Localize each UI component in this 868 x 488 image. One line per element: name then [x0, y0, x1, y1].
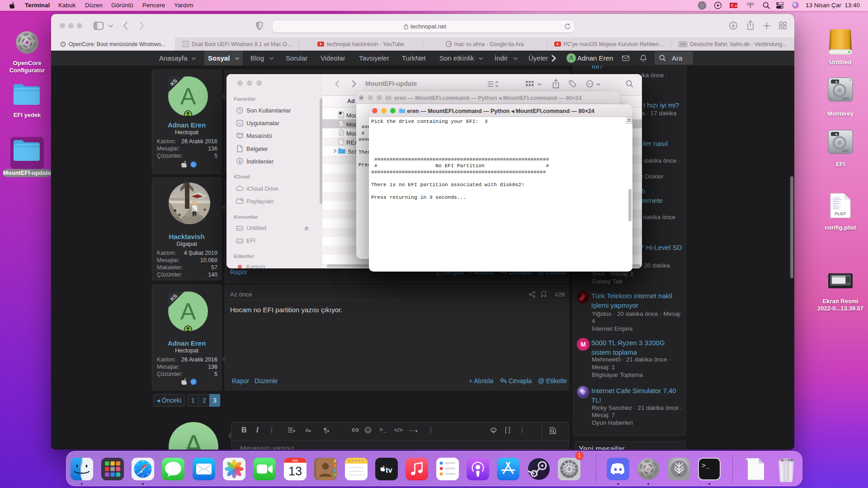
svg-text:A: A [180, 298, 196, 324]
svg-text:A: A [238, 121, 241, 126]
svg-text:A: A [180, 83, 196, 109]
svg-text:PLIST: PLIST [835, 211, 846, 216]
